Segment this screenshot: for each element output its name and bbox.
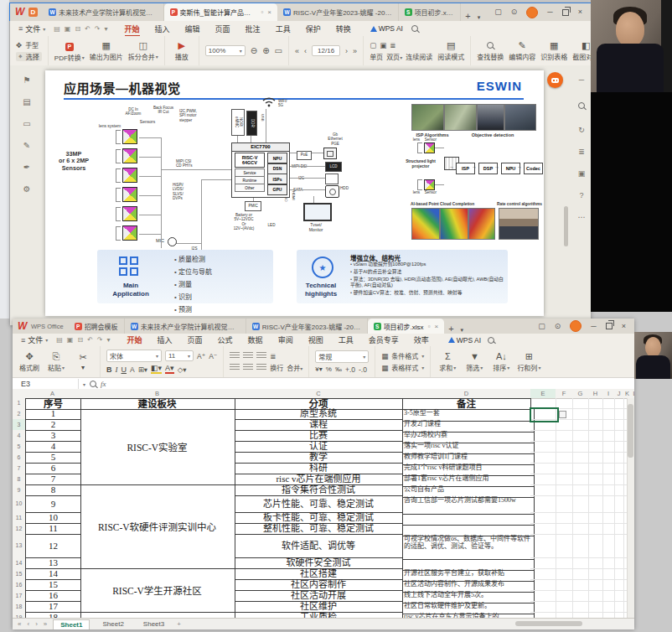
pdf-tab-2[interactable]: WRISC-V产业年鉴2023-姚耀 -20240...	[277, 3, 399, 21]
sheet-menu-数据[interactable]: 数据	[240, 333, 271, 347]
row-header-15[interactable]: 15	[13, 568, 26, 579]
pdf-menu-编辑[interactable]: 编辑	[178, 22, 208, 36]
row-header-18[interactable]: 18	[13, 601, 26, 612]
row-header-6[interactable]: 6	[13, 452, 26, 463]
table-cell-c15[interactable]: 社区搭建	[235, 568, 403, 580]
tab-list-caret-icon[interactable]: ▾	[458, 327, 467, 334]
align-center-icon[interactable]	[243, 364, 253, 371]
formula-search-icon[interactable]	[90, 381, 96, 387]
font-name-select[interactable]: 宋体▾	[106, 350, 162, 362]
sort-button[interactable]: A↓排序▾	[490, 351, 512, 372]
formula-input[interactable]	[111, 378, 634, 390]
restore-button[interactable]	[606, 323, 613, 329]
settings-icon[interactable]: ⚙	[23, 184, 31, 194]
font-color-button[interactable]: A▾	[165, 365, 174, 374]
col-header-G[interactable]: G	[572, 389, 588, 399]
sheet-menu-工具[interactable]: 工具	[331, 333, 361, 347]
capture-icon[interactable]: ▣	[578, 169, 586, 178]
minimize-button[interactable]: ─	[591, 323, 596, 330]
row-header-7[interactable]: 7	[13, 463, 26, 474]
pdf-tab-3[interactable]: S项目初步.xlsx	[399, 3, 462, 21]
table-cell-a17[interactable]: 16	[25, 590, 81, 602]
col-header-H[interactable]: H	[588, 389, 602, 399]
bold-button[interactable]: B	[106, 365, 112, 374]
table-cell-c2[interactable]: 原型系统	[235, 408, 403, 420]
table-cell-a19[interactable]: 18	[25, 612, 81, 618]
table-cell-c13[interactable]: 软件适配、调优等	[235, 534, 403, 558]
table-cell-a16[interactable]: 15	[25, 579, 81, 591]
row-header-16[interactable]: 16	[13, 579, 26, 590]
sheet-nav-3[interactable]: »	[44, 620, 47, 628]
sheet-tab-3[interactable]: S项目初步.xlsx▫×	[368, 319, 445, 334]
last-page-button[interactable]: »	[353, 47, 357, 55]
table-cell-c6[interactable]: 教学	[235, 452, 403, 464]
row-header-4[interactable]: 4	[13, 430, 26, 441]
layout-mode-icon[interactable]: ▢	[494, 8, 502, 16]
decrease-decimal-button[interactable]: -.0	[359, 365, 367, 374]
table-cell-c19[interactable]: 工业质检	[235, 612, 403, 618]
pdf-convert-button[interactable]: PPDF转换▾	[54, 40, 85, 62]
sheet-menu-审阅[interactable]: 审阅	[271, 333, 301, 347]
open-icon[interactable]: ▤	[54, 25, 60, 33]
new-tab-button[interactable]: +	[444, 324, 457, 334]
sheet-menu-开始[interactable]: 开始	[120, 333, 150, 347]
tab-list-caret-icon[interactable]: ▾	[475, 14, 483, 21]
print-icon[interactable]: ⊟	[75, 25, 80, 33]
attachment-icon[interactable]: ✎	[23, 141, 30, 150]
comment-icon[interactable]: ▭	[23, 119, 30, 128]
recognize-table-button[interactable]: ▦识别表格	[540, 40, 567, 61]
paste-options-icon[interactable]	[559, 411, 566, 418]
sheet-menu-会员专享[interactable]: 会员专享	[361, 333, 406, 347]
read-mode-button[interactable]: ▤阅读模式	[437, 40, 464, 61]
sheet-menu-视图[interactable]: 视图	[301, 333, 331, 347]
align-middle-icon[interactable]	[243, 352, 253, 360]
sheet-nav-2[interactable]: ›	[35, 620, 38, 628]
first-page-button[interactable]: «	[295, 47, 299, 55]
add-sheet-button[interactable]: +	[177, 620, 181, 628]
col-header-J[interactable]: J	[614, 389, 623, 399]
percent-button[interactable]: %	[326, 365, 332, 373]
row-header-12[interactable]: 12	[13, 523, 26, 534]
sheet-menu-效率[interactable]: 效率	[406, 333, 437, 347]
table-cell-c11[interactable]: 板卡性能、可靠、稳定测试	[235, 512, 403, 524]
table-cell-a14[interactable]: 13	[25, 557, 81, 569]
quickbar-caret-icon[interactable]: ▾	[105, 25, 108, 33]
close-tab-icon[interactable]: ×	[267, 8, 271, 16]
h-scrollbar-thumb[interactable]	[515, 621, 582, 626]
table-cell-a11[interactable]: 10	[25, 512, 81, 524]
font-grow-button[interactable]: A⁺	[197, 352, 205, 360]
table-cell-c16[interactable]: 社区内容制作	[235, 579, 403, 591]
table-cell-c8[interactable]: risc v芯片在端侧应用	[235, 474, 403, 485]
name-box[interactable]: E3	[18, 379, 79, 389]
undo-icon[interactable]: ↶	[87, 336, 93, 344]
row-header-3[interactable]: 3	[13, 419, 26, 430]
file-menu[interactable]: ≡文件▾	[21, 334, 48, 345]
font-shrink-button[interactable]: A⁻	[209, 352, 217, 360]
pdf-menu-保护[interactable]: 保护	[298, 22, 328, 36]
menu-search-icon[interactable]	[488, 337, 494, 344]
pin-tab-icon[interactable]: ▫	[261, 8, 264, 16]
table-cell-a5[interactable]: 4	[25, 441, 81, 453]
new-icon[interactable]: ▤	[56, 336, 63, 344]
find-replace-button[interactable]: 查找替换	[477, 40, 504, 61]
redo-icon[interactable]: ↷	[95, 25, 101, 33]
zoom-select[interactable]: 100%▾	[205, 45, 246, 56]
paste-button[interactable]: ⎘粘贴▾	[45, 351, 67, 372]
file-menu[interactable]: ≡文件▾	[18, 23, 45, 34]
row-header-5[interactable]: 5	[13, 441, 26, 452]
save-icon[interactable]: ▣	[65, 25, 71, 33]
single-page-button[interactable]: 单页	[370, 52, 383, 61]
pin-tab-icon[interactable]: ▫	[428, 323, 431, 330]
table-cell-c17[interactable]: 社区活动开展	[235, 590, 403, 602]
cut-button[interactable]: ✂▾	[72, 352, 94, 371]
sum-button[interactable]: Σ求和▾	[437, 351, 458, 372]
edit-content-button[interactable]: ✎编辑内容	[509, 40, 535, 61]
table-cell-b19[interactable]	[80, 612, 235, 618]
row-header-19[interactable]: 19	[13, 612, 26, 618]
selected-cell-E3[interactable]	[530, 407, 559, 422]
wps-logo[interactable]: W	[15, 7, 26, 18]
double-page-icon[interactable]: ▣	[380, 41, 386, 49]
fill-color-button[interactable]: ◧▾	[151, 365, 162, 374]
sheet-menu-页面[interactable]: 页面	[180, 333, 210, 347]
col-header-E[interactable]: E	[530, 389, 556, 399]
